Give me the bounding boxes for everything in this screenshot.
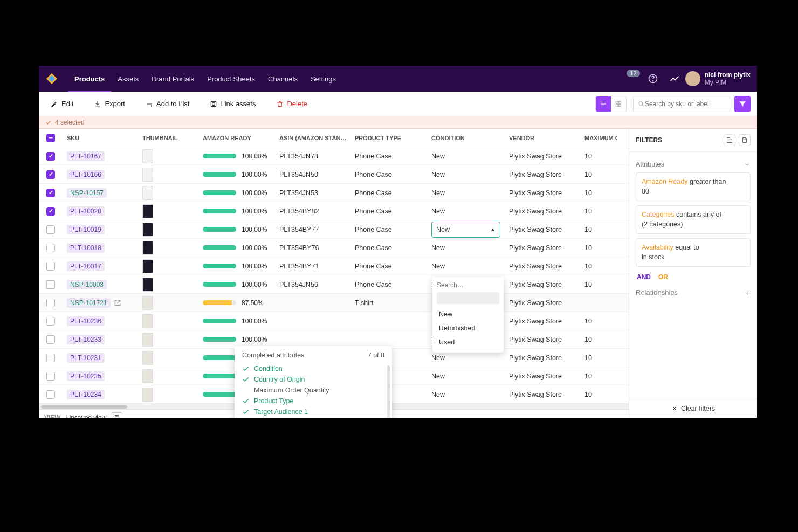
row-checkbox[interactable] (46, 207, 55, 216)
search-input[interactable] (645, 100, 725, 108)
sku-pill[interactable]: PLT-10236 (67, 316, 105, 326)
table-row[interactable]: PLT-10166 100.00% PLT354JN50 Phone Case … (39, 165, 629, 184)
col-max[interactable]: MAXIMUM O (580, 129, 617, 147)
row-checkbox[interactable] (46, 225, 55, 234)
row-checkbox[interactable] (46, 170, 55, 179)
col-asin[interactable]: ASIN (AMAZON STAN… (275, 129, 350, 147)
sku-pill[interactable]: NSP-101721 (67, 298, 111, 308)
sku-pill[interactable]: NSP-10003 (67, 280, 107, 289)
sku-pill[interactable]: PLT-10017 (67, 261, 105, 271)
dropdown-option[interactable]: Used (432, 335, 504, 349)
sku-pill[interactable]: PLT-10234 (67, 390, 105, 399)
edit-button[interactable]: Edit (45, 96, 79, 111)
thumbnail[interactable] (142, 223, 153, 237)
row-checkbox[interactable] (46, 317, 55, 326)
grid-view-button[interactable] (611, 96, 626, 112)
table-row[interactable]: NSP-10003 100.00% PLT354JN56 Phone Case … (39, 275, 629, 294)
filter-logic-and[interactable]: AND (637, 273, 651, 281)
user-menu[interactable]: nici from plytix My PIM (685, 71, 751, 87)
col-sku[interactable]: SKU (63, 129, 138, 147)
list-view-button[interactable] (596, 96, 611, 112)
select-all-checkbox[interactable] (46, 134, 55, 142)
filters-toggle-button[interactable] (734, 96, 751, 112)
row-checkbox[interactable] (46, 372, 55, 381)
thumbnail[interactable] (142, 333, 153, 347)
sku-pill[interactable]: PLT-10231 (67, 353, 105, 363)
link-assets-button[interactable]: Link assets (204, 96, 261, 111)
open-icon[interactable] (114, 299, 121, 307)
condition-dropdown-trigger[interactable]: New▲ (431, 222, 500, 238)
thumbnail[interactable] (142, 241, 153, 255)
thumbnail[interactable] (142, 388, 153, 402)
col-vendor[interactable]: VENDOR (505, 129, 580, 147)
sku-pill[interactable]: NSP-10157 (67, 188, 107, 198)
table-row[interactable]: NSP-10157 100.00% PLT354JN53 Phone Case … (39, 184, 629, 202)
thumbnail[interactable] (142, 168, 153, 182)
nav-products[interactable]: Products (68, 72, 111, 92)
sku-pill[interactable]: PLT-10019 (67, 225, 105, 234)
delete-button[interactable]: Delete (271, 96, 313, 111)
row-checkbox[interactable] (46, 152, 55, 161)
col-thumbnail[interactable]: THUMBNAIL (138, 129, 198, 147)
activity-icon[interactable] (669, 73, 680, 84)
dropdown-blank-option[interactable] (437, 292, 499, 304)
thumbnail[interactable] (142, 351, 153, 365)
dropdown-option[interactable]: New (432, 307, 504, 321)
attributes-section-toggle[interactable]: Attributes (636, 156, 751, 172)
save-filter-button[interactable] (739, 134, 751, 146)
nav-settings[interactable]: Settings (304, 72, 342, 86)
sku-pill[interactable]: PLT-10166 (67, 170, 105, 179)
nav-channels[interactable]: Channels (262, 72, 304, 86)
row-checkbox[interactable] (46, 390, 55, 399)
thumbnail[interactable] (142, 314, 153, 328)
sku-pill[interactable]: PLT-10235 (67, 371, 105, 381)
thumbnail[interactable] (142, 369, 153, 383)
filter-card[interactable]: Categories contains any of(2 categories) (636, 205, 751, 234)
sku-pill[interactable]: PLT-10020 (67, 206, 105, 216)
sku-pill[interactable]: PLT-10018 (67, 243, 105, 253)
export-button[interactable]: Export (88, 96, 130, 111)
popover-scrollbar[interactable] (387, 365, 390, 418)
table-row[interactable]: PLT-10017 100.00% PLT354BY71 Phone Case … (39, 257, 629, 275)
row-checkbox[interactable] (46, 244, 55, 252)
table-row[interactable]: PLT-10020 100.00% PLT354BY82 Phone Case … (39, 202, 629, 220)
row-checkbox[interactable] (46, 354, 55, 362)
condition-dropdown[interactable]: NewRefurbishedUsed (432, 277, 504, 353)
thumbnail[interactable] (142, 149, 153, 163)
sku-pill[interactable]: PLT-10167 (67, 151, 105, 161)
thumbnail[interactable] (142, 204, 153, 218)
row-checkbox[interactable] (46, 262, 55, 271)
notifications-button[interactable]: 12 (623, 75, 636, 82)
thumbnail[interactable] (142, 296, 153, 310)
load-filter-button[interactable] (724, 134, 735, 146)
table-row[interactable]: PLT-10236 100.00% Plytix Swag Store 10 (39, 312, 629, 330)
clear-filters-button[interactable]: Clear filters (629, 399, 757, 418)
row-checkbox[interactable] (46, 299, 55, 307)
row-checkbox[interactable] (46, 280, 55, 289)
dropdown-search-input[interactable] (437, 281, 499, 289)
add-to-list-button[interactable]: Add to List (140, 96, 195, 111)
nav-brand-portals[interactable]: Brand Portals (145, 72, 201, 86)
col-condition[interactable]: CONDITION (427, 129, 505, 147)
filter-card[interactable]: Availability equal toin stock (636, 238, 751, 267)
row-checkbox[interactable] (46, 335, 55, 344)
search-box[interactable] (633, 96, 730, 112)
filter-card[interactable]: Amazon Ready greater than80 (636, 172, 751, 201)
table-row[interactable]: PLT-10167 100.00% PLT354JN78 Phone Case … (39, 147, 629, 165)
thumbnail[interactable] (142, 186, 153, 200)
help-icon[interactable] (648, 73, 658, 84)
relationships-section-toggle[interactable]: Relationships + (636, 285, 751, 301)
thumbnail[interactable] (142, 278, 153, 292)
nav-assets[interactable]: Assets (111, 72, 145, 86)
save-view-button[interactable] (112, 412, 122, 418)
col-type[interactable]: PRODUCT TYPE (350, 129, 427, 147)
filter-logic-or[interactable]: OR (658, 273, 668, 281)
thumbnail[interactable] (142, 259, 153, 273)
nav-product-sheets[interactable]: Product Sheets (201, 72, 262, 86)
table-row[interactable]: NSP-101721 87.50% T-shirt Plytix Swag St… (39, 294, 629, 312)
col-ready[interactable]: AMAZON READY (198, 129, 275, 147)
table-row[interactable]: PLT-10018 100.00% PLT354BY76 Phone Case … (39, 239, 629, 257)
sku-pill[interactable]: PLT-10233 (67, 335, 105, 344)
dropdown-option[interactable]: Refurbished (432, 321, 504, 335)
row-checkbox[interactable] (46, 189, 55, 197)
